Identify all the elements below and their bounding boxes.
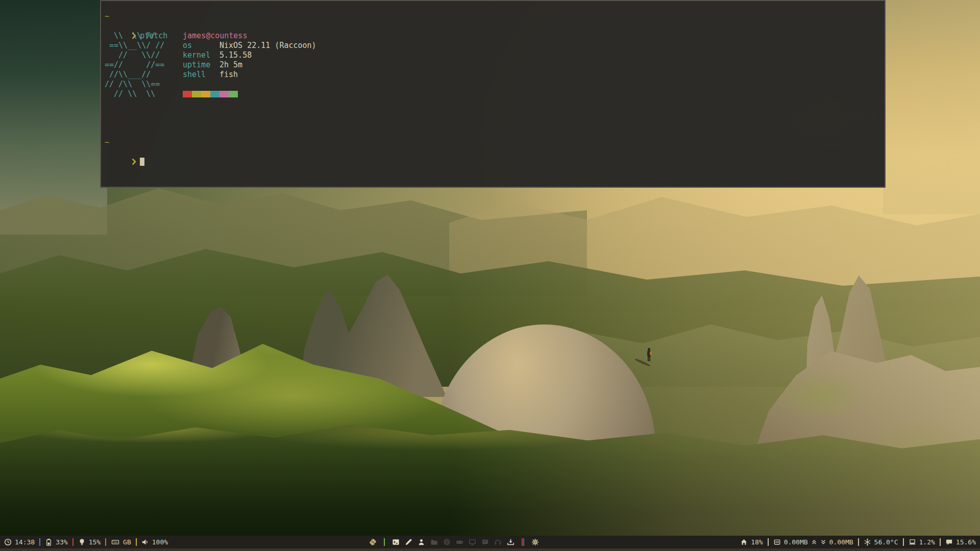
- prompt-cwd: ~: [105, 138, 109, 147]
- battery-icon: [45, 538, 53, 546]
- monitor-icon: [469, 538, 476, 546]
- separator: [768, 538, 769, 546]
- workspace-music[interactable]: [494, 538, 502, 546]
- memory-module[interactable]: 15.6%: [945, 538, 976, 546]
- separator: [136, 538, 137, 546]
- headphones-icon: [494, 538, 502, 546]
- status-bar-right: 18% 0.00MB 0.00MB 56.0°C 1.2%: [740, 538, 976, 546]
- download-icon: [507, 538, 514, 546]
- desktop: ~ pfetch \\ \\ //james@countess ==\\__\\…: [0, 0, 980, 551]
- python-icon: [369, 538, 377, 546]
- workspace-chat[interactable]: [481, 538, 489, 546]
- network-down-text: 0.00MB: [784, 538, 808, 546]
- separator: [39, 538, 40, 546]
- cpu-usage-text: 1.2%: [919, 538, 935, 546]
- pencil-icon: [405, 538, 412, 546]
- pfetch-label: os: [183, 41, 219, 51]
- prompt-chevron-icon: [132, 159, 136, 165]
- workspace-user[interactable]: [418, 538, 425, 546]
- separator: [940, 538, 941, 546]
- nixos-ascii-art-line: // \\ \\: [105, 89, 183, 99]
- workspace-web[interactable]: [443, 538, 451, 546]
- speaker-icon: [141, 538, 149, 546]
- workspace-games[interactable]: [456, 538, 463, 546]
- ethernet-icon: [773, 538, 781, 546]
- pfetch-value: 5.15.58: [219, 51, 252, 60]
- nixos-ascii-art-line: ==\\__\\/ //: [105, 41, 183, 51]
- battery-module[interactable]: 33%: [45, 538, 67, 546]
- palette-swatch: [219, 91, 229, 97]
- prompt-cwd: ~: [105, 12, 109, 21]
- workspace-terminal[interactable]: [392, 538, 400, 546]
- person-icon: [418, 538, 425, 546]
- workspace-edit[interactable]: [405, 538, 412, 546]
- snowflake-icon: [864, 538, 871, 546]
- hiker-backpack: [650, 352, 652, 355]
- gear-icon: [531, 538, 539, 546]
- disk-module[interactable]: 18%: [740, 538, 763, 546]
- nixos-ascii-art-line: //\\___//: [105, 70, 183, 80]
- lightbulb-icon: [78, 538, 86, 546]
- battery-text: 33%: [56, 538, 67, 546]
- palette-swatch: [201, 91, 210, 97]
- separator: [72, 538, 74, 546]
- workspace-downloads[interactable]: [507, 538, 514, 546]
- globe-icon: [443, 538, 451, 546]
- nixos-ascii-art-line: \\ \\ //: [105, 31, 183, 41]
- clock-text: 14:38: [15, 538, 35, 546]
- keyboard-layout-module[interactable]: GB: [111, 538, 131, 546]
- hiker-silhouette: [646, 348, 652, 363]
- pfetch-label: uptime: [183, 60, 219, 70]
- brightness-module[interactable]: 15%: [78, 538, 101, 546]
- volume-text: 100%: [152, 538, 168, 546]
- clock-icon: [4, 538, 12, 546]
- status-bar: 14:38 33% 15% GB 100%: [0, 536, 980, 551]
- workspace-icons: [366, 538, 542, 546]
- memory-usage-text: 15.6%: [956, 538, 976, 546]
- network-up-text: 0.00MB: [829, 538, 853, 546]
- pfetch-value: 2h 5m: [219, 60, 242, 69]
- pfetch-value: NixOS 22.11 (Raccoon): [219, 41, 316, 50]
- palette-swatch: [192, 91, 201, 97]
- workspace-monitor[interactable]: [469, 538, 476, 546]
- cpu-module[interactable]: 1.2%: [909, 538, 935, 546]
- separator: [384, 538, 385, 546]
- chat-board-icon: [481, 538, 489, 546]
- terminal-cursor: [140, 158, 144, 166]
- gamepad-icon: [456, 538, 463, 546]
- clock-module[interactable]: 14:38: [4, 538, 35, 546]
- palette-swatch: [183, 91, 192, 97]
- workspace-python[interactable]: [369, 538, 377, 546]
- folder-icon: [430, 538, 438, 546]
- terminal-window[interactable]: ~ pfetch \\ \\ //james@countess ==\\__\\…: [100, 0, 886, 188]
- pfetch-title: james@countess: [183, 31, 247, 40]
- volume-module[interactable]: 100%: [141, 538, 168, 546]
- network-module[interactable]: 0.00MB 0.00MB: [773, 538, 853, 546]
- hiker-head: [648, 348, 650, 350]
- palette-swatch: [229, 91, 238, 97]
- separator: [522, 538, 523, 546]
- separator: [105, 538, 106, 546]
- disk-usage-text: 18%: [751, 538, 763, 546]
- nixos-ascii-art-line: // /\\ \\==: [105, 80, 183, 89]
- keyboard-icon: [111, 538, 120, 546]
- speech-bubble-icon: [945, 538, 953, 546]
- upload-chevrons-icon: [811, 539, 817, 545]
- separator: [858, 538, 859, 546]
- nixos-ascii-art-line: // \\//: [105, 51, 183, 60]
- laptop-icon: [909, 538, 916, 546]
- workspace-settings[interactable]: [531, 538, 539, 546]
- separator: [903, 538, 904, 546]
- download-chevrons-icon: [820, 539, 826, 545]
- brightness-text: 15%: [89, 538, 101, 546]
- workspace-files[interactable]: [430, 538, 438, 546]
- pfetch-value: fish: [219, 70, 238, 79]
- palette-swatch: [210, 91, 219, 97]
- temperature-module[interactable]: 56.0°C: [864, 538, 898, 546]
- pfetch-label: kernel: [183, 51, 219, 60]
- terminal-icon: [392, 538, 400, 546]
- keyboard-layout-text: GB: [123, 538, 131, 546]
- pfetch-label: shell: [183, 70, 219, 80]
- home-icon: [740, 538, 748, 546]
- nixos-ascii-art-line: ==// //==: [105, 60, 183, 70]
